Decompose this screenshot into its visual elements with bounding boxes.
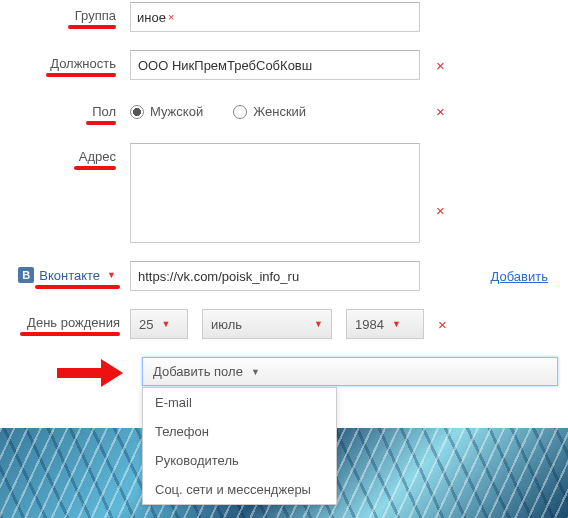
label-address: Адрес xyxy=(79,149,116,164)
row-gender: Пол Мужской Женский × xyxy=(10,98,558,125)
vk-input[interactable] xyxy=(130,261,420,291)
remove-birthday-icon[interactable]: × xyxy=(438,316,447,333)
group-tag-value: иное xyxy=(137,10,166,25)
birthday-day-select[interactable]: 25 ▼ xyxy=(130,309,188,339)
label-birthday: День рождения xyxy=(27,315,120,330)
add-field-label: Добавить поле xyxy=(153,364,243,379)
underline-annotation xyxy=(46,73,116,77)
label-vk[interactable]: Вконтакте xyxy=(39,268,100,283)
caret-down-icon: ▼ xyxy=(314,319,323,329)
caret-down-icon: ▼ xyxy=(161,319,170,329)
birthday-year-select[interactable]: 1984 ▼ xyxy=(346,309,424,339)
radio-female[interactable]: Женский xyxy=(233,104,306,119)
underline-annotation xyxy=(86,121,116,125)
underline-annotation xyxy=(74,166,116,170)
label-gender: Пол xyxy=(92,104,116,119)
radio-male-label: Мужской xyxy=(150,104,203,119)
remove-gender-icon[interactable]: × xyxy=(436,103,445,120)
caret-down-icon: ▼ xyxy=(392,319,401,329)
birthday-day-value: 25 xyxy=(139,317,153,332)
label-group: Группа xyxy=(75,8,116,23)
tag-remove-icon[interactable]: × xyxy=(168,11,174,23)
underline-annotation xyxy=(35,285,120,289)
row-address: Адрес × xyxy=(10,143,558,243)
underline-annotation xyxy=(20,332,120,336)
caret-down-icon: ▼ xyxy=(251,367,260,377)
caret-down-icon: ▼ xyxy=(107,270,116,280)
dd-item-phone[interactable]: Телефон xyxy=(143,417,336,446)
row-add-field: Добавить поле ▼ E-mail Телефон Руководит… xyxy=(142,357,558,386)
dd-item-social[interactable]: Соц. сети и мессенджеры xyxy=(143,475,336,504)
radio-male[interactable]: Мужской xyxy=(130,104,203,119)
row-vk: B Вконтакте ▼ Добавить xyxy=(10,261,558,291)
birthday-month-value: июль xyxy=(211,317,242,332)
position-input[interactable] xyxy=(130,50,420,80)
remove-position-icon[interactable]: × xyxy=(436,57,445,74)
radio-female-label: Женский xyxy=(253,104,306,119)
underline-annotation xyxy=(68,25,116,29)
address-textarea[interactable] xyxy=(130,143,420,243)
label-position: Должность xyxy=(50,56,116,71)
group-input[interactable]: иное× xyxy=(130,2,420,32)
birthday-month-select[interactable]: июль ▼ xyxy=(202,309,332,339)
birthday-year-value: 1984 xyxy=(355,317,384,332)
remove-address-icon[interactable]: × xyxy=(436,202,445,219)
add-field-dropdown: E-mail Телефон Руководитель Соц. сети и … xyxy=(142,387,337,505)
row-position: Должность × xyxy=(10,50,558,80)
radio-icon xyxy=(233,105,247,119)
arrow-annotation xyxy=(57,361,132,385)
dd-item-email[interactable]: E-mail xyxy=(143,388,336,417)
vk-add-link[interactable]: Добавить xyxy=(491,269,548,284)
row-group: Группа иное× xyxy=(10,2,558,32)
row-birthday: День рождения 25 ▼ июль ▼ 1984 ▼ × xyxy=(10,309,558,339)
dd-item-manager[interactable]: Руководитель xyxy=(143,446,336,475)
vk-icon: B xyxy=(18,267,34,283)
add-field-button[interactable]: Добавить поле ▼ xyxy=(142,357,558,386)
radio-icon xyxy=(130,105,144,119)
